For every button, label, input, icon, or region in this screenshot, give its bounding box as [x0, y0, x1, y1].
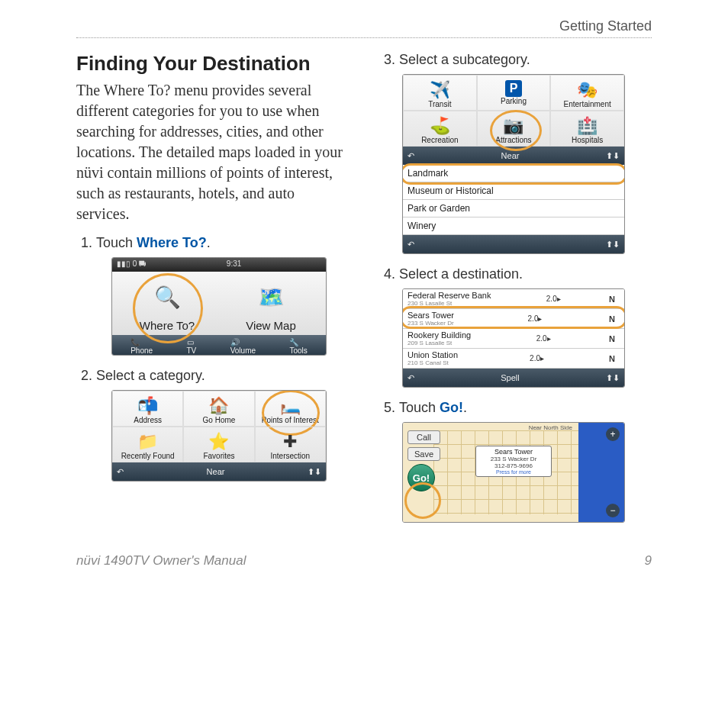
down-icon[interactable]: ⬇: [314, 467, 321, 477]
subcat-parking[interactable]: P Parking: [477, 75, 551, 111]
near-tab[interactable]: Near: [124, 467, 308, 476]
manual-title: nüvi 1490TV Owner's Manual: [76, 553, 246, 569]
folder-icon: 📁: [114, 432, 181, 452]
up-icon[interactable]: ⬆: [606, 151, 613, 161]
go-highlight: [404, 482, 441, 519]
nav-bar: ↶ Near ⬆ ⬇: [112, 462, 326, 481]
subcat-attractions[interactable]: 📷 Attractions: [477, 111, 551, 147]
map-label-area: Near North Side: [529, 424, 572, 431]
screenshot-categories: 📬 Address 🏠 Go Home 🛏️ Points of Interes: [111, 390, 327, 482]
subcat-recreation[interactable]: ⛳ Recreation: [403, 111, 477, 147]
link-go: Go!: [440, 400, 463, 415]
subcat-hospitals[interactable]: 🏥 Hospitals: [550, 111, 624, 147]
step-2: Select a category. 📬 Address 🏠 Go Home: [96, 368, 349, 482]
screenshot-map: Near North Side Call Save Go! Sears Towe…: [402, 422, 625, 523]
tv-icon[interactable]: ▭TV: [187, 338, 197, 352]
step-1: Touch Where To?. ▮▮▯ 0 ⛟ 9:31 🔍: [96, 235, 349, 356]
category-address[interactable]: 📬 Address: [112, 391, 183, 427]
page-footer: nüvi 1490TV Owner's Manual 9: [76, 553, 652, 569]
category-recent[interactable]: 📁 Recently Found: [112, 427, 183, 462]
category-poi[interactable]: 🛏️ Points of Interest: [255, 391, 326, 427]
back-icon[interactable]: ↶: [407, 373, 414, 383]
nav-bar-list: ↶ ⬆ ⬇: [403, 235, 624, 253]
plane-icon: ✈️: [405, 80, 475, 100]
section-header: Getting Started: [76, 18, 652, 38]
step-5: Touch Go!. Near North Side Call Save Go!: [399, 400, 652, 523]
nav-bar-dest: ↶ Spell ⬆ ⬇: [403, 369, 624, 387]
step-3: Select a subcategory. ✈️ Transit P Parki…: [399, 52, 652, 254]
down-icon[interactable]: ⬇: [613, 151, 620, 161]
zoom-out-button[interactable]: −: [606, 504, 620, 517]
volume-icon[interactable]: 🔊Volume: [230, 338, 256, 352]
category-go-home[interactable]: 🏠 Go Home: [183, 391, 254, 427]
map-callout[interactable]: Sears Tower 233 S Wacker Dr 312-875-9696…: [475, 446, 552, 477]
call-button[interactable]: Call: [407, 430, 440, 444]
link-where-to: Where To?: [137, 235, 207, 250]
device-status-bar: ▮▮▯ 0 ⛟ 9:31: [112, 258, 326, 272]
map-view[interactable]: Near North Side Call Save Go! Sears Towe…: [403, 423, 624, 522]
clock: 9:31: [227, 259, 241, 270]
home-toolbar: 📞Phone ▭TV 🔊Volume 🔧Tools: [112, 335, 326, 355]
dest-row-3[interactable]: Union Station210 S Canal St 2.0▸ N: [403, 349, 624, 369]
screenshot-subcategories: ✈️ Transit P Parking 🎭 Entertainment: [402, 74, 625, 254]
up-icon[interactable]: ⬆: [606, 240, 613, 250]
category-intersection[interactable]: ✚ Intersection: [255, 427, 326, 462]
near-tab[interactable]: Near: [414, 151, 606, 160]
up-icon[interactable]: ⬆: [606, 373, 613, 383]
down-icon[interactable]: ⬇: [613, 240, 620, 250]
star-icon: ⭐: [185, 432, 252, 452]
list-item-winery[interactable]: Winery: [403, 217, 624, 235]
intersection-icon: ✚: [257, 432, 324, 452]
subcat-transit[interactable]: ✈️ Transit: [403, 75, 477, 111]
golf-icon: ⛳: [405, 116, 475, 136]
house-icon: 🏠: [185, 396, 252, 416]
map-icon: 🗺️: [252, 278, 290, 316]
view-map-button[interactable]: 🗺️ View Map: [229, 278, 313, 332]
page-number: 9: [645, 553, 652, 569]
parking-icon: P: [505, 80, 522, 97]
list-item-park[interactable]: Park or Garden: [403, 200, 624, 217]
phone-icon[interactable]: 📞Phone: [130, 338, 153, 352]
tools-icon[interactable]: 🔧Tools: [289, 338, 307, 352]
back-icon[interactable]: ↶: [117, 467, 124, 477]
back-icon[interactable]: ↶: [407, 151, 414, 161]
masks-icon: 🎭: [552, 80, 622, 100]
intro-paragraph: The Where To? menu provides several diff…: [76, 80, 349, 224]
list-item-museum[interactable]: Museum or Historical: [403, 182, 624, 200]
category-favorites[interactable]: ⭐ Favorites: [183, 427, 254, 462]
subcat-entertainment[interactable]: 🎭 Entertainment: [550, 75, 624, 111]
where-to-button[interactable]: 🔍 Where To?: [125, 278, 209, 332]
spell-tab[interactable]: Spell: [414, 373, 606, 382]
back-icon[interactable]: ↶: [407, 240, 414, 250]
page-title: Finding Your Destination: [76, 52, 349, 76]
screenshot-home: ▮▮▯ 0 ⛟ 9:31 🔍 Where To? 🗺️: [111, 257, 327, 356]
screenshot-destinations: Federal Reserve Bank230 S Lasalle St 2.0…: [402, 288, 625, 388]
hospital-icon: 🏥: [552, 116, 622, 136]
down-icon[interactable]: ⬇: [613, 373, 620, 383]
envelope-icon: 📬: [114, 396, 181, 416]
up-icon[interactable]: ⬆: [308, 467, 314, 477]
step-4: Select a destination. Federal Reserve Ba…: [399, 266, 652, 388]
dest-row-2[interactable]: Rookery Building209 S Lasalle St 2.0▸ N: [403, 329, 624, 349]
save-button[interactable]: Save: [407, 447, 440, 461]
signal-icon: ▮▮▯ 0 ⛟: [117, 259, 147, 270]
zoom-in-button[interactable]: +: [606, 427, 620, 441]
